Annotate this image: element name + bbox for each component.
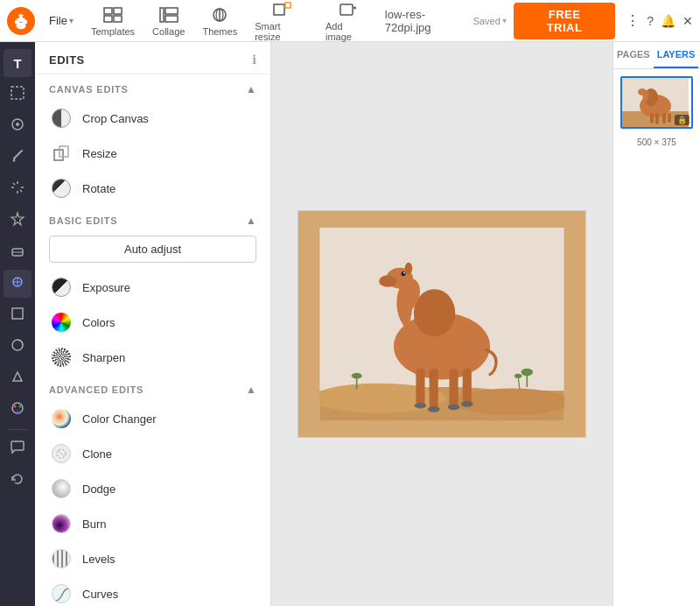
tool-crop-lasso[interactable] <box>4 81 32 109</box>
svg-rect-6 <box>104 8 112 14</box>
edit-item-levels[interactable]: Levels <box>35 541 270 576</box>
logo[interactable] <box>7 7 35 35</box>
tool-magic[interactable] <box>4 175 32 203</box>
svg-rect-64 <box>463 369 472 405</box>
svg-point-56 <box>401 271 405 276</box>
tool-effects2[interactable] <box>4 207 32 235</box>
edit-item-clone[interactable]: Clone <box>35 436 270 471</box>
tool-eraser[interactable] <box>4 238 32 266</box>
auto-adjust-button[interactable]: Auto adjust <box>49 236 256 263</box>
page-thumbnail[interactable]: 🔒 <box>620 76 693 129</box>
svg-rect-63 <box>449 369 458 407</box>
burn-label: Burn <box>82 518 106 531</box>
filename-display: low-res-72dpi.jpg Saved ▾ <box>385 8 507 34</box>
saved-text: Saved <box>473 16 500 26</box>
canvas-image[interactable] <box>298 210 586 438</box>
edits-panel: EDITS ℹ CANVAS EDITS ▲ Crop Canvas Resiz… <box>35 42 271 606</box>
magic-icon <box>10 180 25 199</box>
edit-item-color-changer[interactable]: Color Changer <box>35 401 270 436</box>
resize-label: Resize <box>82 147 117 160</box>
svg-point-70 <box>514 374 522 378</box>
tool-transform[interactable] <box>4 333 32 361</box>
file-label: File <box>49 14 67 27</box>
basic-edits-section[interactable]: BASIC EDITS ▲ <box>35 206 270 232</box>
sharpen-label: Sharpen <box>82 351 125 364</box>
colors-icon <box>49 310 74 335</box>
close-icon[interactable]: ✕ <box>682 14 693 28</box>
tool-paint[interactable] <box>4 112 32 140</box>
svg-marker-31 <box>11 213 24 225</box>
eraser-icon <box>10 243 25 262</box>
svg-rect-9 <box>114 16 122 22</box>
tool-text[interactable]: T <box>4 49 32 77</box>
svg-rect-10 <box>160 8 164 22</box>
shapes-icon <box>10 306 25 325</box>
rotate-label: Rotate <box>82 182 116 195</box>
more-options-icon[interactable]: ⋮ <box>626 12 640 29</box>
canvas-edits-section[interactable]: CANVAS EDITS ▲ <box>35 74 270 101</box>
levels-label: Levels <box>82 553 116 566</box>
tool-clone3[interactable] <box>4 364 32 392</box>
edits-header: EDITS ℹ <box>35 42 270 74</box>
add-image-icon <box>339 0 358 19</box>
edit-item-curves[interactable]: Curves <box>35 576 270 606</box>
free-trial-button[interactable]: FREE TRIAL <box>514 3 615 39</box>
edit-item-dodge[interactable]: Dodge <box>35 471 270 506</box>
svg-rect-79 <box>655 113 659 124</box>
nav-add-image[interactable]: Add image <box>318 0 378 46</box>
advanced-edits-section[interactable]: ADVANCED EDITS ▲ <box>35 375 270 401</box>
canvas-edits-label: CANVAS EDITS <box>49 84 129 95</box>
edit-item-crop-canvas[interactable]: Crop Canvas <box>35 101 270 136</box>
chat-icon <box>10 440 25 459</box>
edit-item-sharpen[interactable]: Sharpen <box>35 340 270 375</box>
nav-themes[interactable]: Themes <box>195 2 244 40</box>
saved-badge: Saved ▾ <box>473 16 507 26</box>
levels-icon <box>49 546 74 571</box>
templates-icon <box>103 5 122 25</box>
nav-templates[interactable]: Templates <box>84 2 142 40</box>
svg-line-24 <box>14 151 22 159</box>
exposure-label: Exposure <box>82 281 130 294</box>
svg-line-29 <box>13 183 15 185</box>
basic-edits-label: BASIC EDITS <box>49 215 117 226</box>
tool-history[interactable] <box>4 467 32 495</box>
help-icon[interactable]: ? <box>647 14 654 28</box>
svg-point-65 <box>448 404 460 410</box>
svg-rect-80 <box>662 113 666 123</box>
tool-selection[interactable] <box>4 270 32 298</box>
notifications-icon[interactable]: 🔔 <box>661 14 676 28</box>
svg-line-46 <box>58 450 65 457</box>
svg-rect-18 <box>340 4 353 15</box>
tab-layers[interactable]: LAYERS <box>654 42 699 68</box>
tool-shapes[interactable] <box>4 301 32 329</box>
svg-rect-59 <box>416 369 424 405</box>
edit-item-resize[interactable]: Resize <box>35 136 270 171</box>
edit-item-exposure[interactable]: Exposure <box>35 270 270 305</box>
tab-pages[interactable]: PAGES <box>613 42 654 68</box>
edit-item-colors[interactable]: Colors <box>35 305 270 340</box>
tool-brush[interactable] <box>4 144 32 172</box>
svg-point-53 <box>414 289 455 336</box>
svg-rect-8 <box>104 16 112 22</box>
file-menu[interactable]: File ▾ <box>42 11 80 31</box>
svg-rect-81 <box>668 113 671 123</box>
svg-rect-43 <box>54 150 63 160</box>
svg-point-42 <box>17 411 19 413</box>
nav-collage[interactable]: Collage <box>145 2 192 40</box>
info-icon[interactable]: ℹ <box>252 53 256 67</box>
tool-chat[interactable] <box>4 435 32 463</box>
nav-smart-resize[interactable]: Smart resize <box>248 0 315 46</box>
dodge-icon <box>49 476 74 501</box>
svg-point-58 <box>405 263 412 275</box>
edit-item-rotate[interactable]: Rotate <box>35 171 270 206</box>
crop-canvas-label: Crop Canvas <box>82 112 149 125</box>
edit-item-burn[interactable]: Burn <box>35 506 270 541</box>
tool-colorpicker[interactable] <box>4 396 32 424</box>
transform-icon <box>10 337 25 356</box>
crop-lasso-icon <box>10 85 25 104</box>
themes-icon <box>210 5 229 25</box>
advanced-edits-toggle: ▲ <box>246 384 256 396</box>
rotate-icon <box>49 176 74 201</box>
color-changer-label: Color Changer <box>82 412 157 426</box>
page-size-label: 500 × 375 <box>613 136 700 151</box>
